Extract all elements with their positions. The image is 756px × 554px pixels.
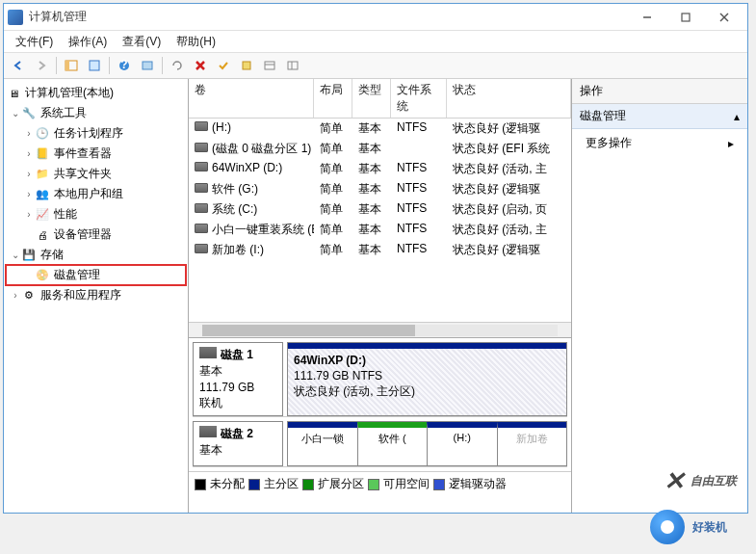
disk-icon	[199, 347, 217, 358]
tree-label: 事件查看器	[54, 145, 112, 162]
volume-row[interactable]: 软件 (G:)简单基本NTFS状态良好 (逻辑驱	[189, 179, 571, 199]
close-button[interactable]	[705, 5, 743, 30]
chevron-right-icon[interactable]: ›	[10, 290, 21, 301]
chevron-down-icon[interactable]: ⌄	[10, 250, 21, 260]
tree-label: 性能	[54, 206, 77, 223]
forward-button[interactable]	[31, 55, 52, 76]
col-type[interactable]: 类型	[352, 79, 391, 118]
disk-icon	[199, 426, 217, 437]
tree-label: 任务计划程序	[54, 125, 123, 142]
legend-swatch-free	[368, 479, 379, 490]
minimize-button[interactable]	[628, 5, 666, 30]
properties-button[interactable]	[84, 55, 105, 76]
volume-row[interactable]: (磁盘 0 磁盘分区 1)简单基本状态良好 (EFI 系统	[189, 139, 571, 159]
event-icon: 📒	[35, 146, 50, 162]
chevron-right-icon[interactable]: ›	[23, 169, 35, 179]
col-status[interactable]: 状态	[447, 79, 571, 118]
help-button[interactable]: ?	[114, 55, 135, 76]
chevron-right-icon: ▸	[728, 137, 734, 150]
tree-disk-management[interactable]: 📀 磁盘管理	[6, 265, 186, 285]
partition-seg[interactable]: 软件 (	[357, 422, 428, 465]
tree-system-tools[interactable]: ⌄ 🔧 系统工具	[6, 103, 186, 123]
disk-1-row[interactable]: 磁盘 1 基本 111.79 GB 联机 64WinXP (D:) 111.79…	[193, 342, 567, 417]
menu-view[interactable]: 查看(V)	[115, 32, 169, 52]
legend-swatch-unallocated	[195, 479, 206, 490]
services-icon: ⚙	[21, 288, 37, 303]
toolbar-separator	[56, 57, 57, 74]
chevron-right-icon[interactable]: ›	[23, 209, 35, 220]
partition-seg[interactable]: (H:)	[427, 422, 497, 465]
menu-file[interactable]: 文件(F)	[8, 32, 61, 52]
tree-event-viewer[interactable]: › 📒 事件查看器	[6, 144, 186, 164]
volume-row[interactable]: (H:)简单基本NTFS状态良好 (逻辑驱	[189, 119, 571, 139]
share-icon: 📁	[35, 167, 50, 182]
delete-button[interactable]	[190, 55, 211, 76]
computer-management-window: 计算机管理 文件(F) 操作(A) 查看(V) 帮助(H) ? 🖥	[3, 3, 748, 514]
disk-1-info: 磁盘 1 基本 111.79 GB 联机	[193, 342, 283, 416]
disk-icon: 📀	[35, 268, 50, 283]
action-button[interactable]	[236, 55, 257, 76]
actions-section[interactable]: 磁盘管理 ▴	[572, 104, 747, 129]
tree-label: 系统工具	[40, 105, 87, 121]
legend-label: 未分配	[210, 476, 245, 492]
view-button[interactable]	[137, 55, 158, 76]
tree-task-scheduler[interactable]: › 🕒 任务计划程序	[6, 123, 186, 144]
partition-seg[interactable]: 新加卷	[497, 422, 567, 465]
tree-panel: 🖥 计算机管理(本地) ⌄ 🔧 系统工具 › 🕒 任务计划程序 › 📒 事件查看…	[4, 79, 189, 513]
partition-size: 111.79 GB NTFS	[294, 368, 560, 383]
horizontal-scrollbar[interactable]	[189, 322, 571, 337]
tree-label: 本地用户和组	[54, 186, 123, 202]
tree-services[interactable]: › ⚙ 服务和应用程序	[6, 285, 186, 305]
volume-row[interactable]: 小白一键重装系统 (E:)简单基本NTFS状态良好 (活动, 主	[189, 220, 571, 240]
tree-storage[interactable]: ⌄ 💾 存储	[6, 245, 186, 265]
maximize-button[interactable]	[666, 5, 705, 30]
tools-icon: 🔧	[21, 106, 37, 121]
legend-label: 逻辑驱动器	[449, 476, 507, 492]
col-layout[interactable]: 布局	[314, 79, 352, 118]
disk-type: 基本	[199, 442, 276, 459]
scrollbar-thumb[interactable]	[202, 325, 415, 336]
menu-action[interactable]: 操作(A)	[61, 32, 115, 52]
back-button[interactable]	[8, 55, 29, 76]
actions-more[interactable]: 更多操作 ▸	[572, 129, 747, 157]
show-hide-tree-button[interactable]	[61, 55, 82, 76]
disk-type: 基本	[199, 363, 276, 380]
col-filesystem[interactable]: 文件系统	[391, 79, 447, 118]
clock-icon: 🕒	[35, 126, 50, 142]
volume-list: 卷 布局 类型 文件系统 状态 (H:)简单基本NTFS状态良好 (逻辑驱(磁盘…	[189, 79, 571, 322]
menubar: 文件(F) 操作(A) 查看(V) 帮助(H)	[4, 31, 747, 52]
menu-help[interactable]: 帮助(H)	[169, 32, 223, 52]
chevron-right-icon[interactable]: ›	[23, 189, 35, 199]
tree-label: 共享文件夹	[54, 166, 112, 182]
volume-icon	[195, 203, 208, 213]
disk-size: 111.79 GB	[199, 380, 276, 396]
tree-root[interactable]: 🖥 计算机管理(本地)	[6, 83, 186, 103]
volume-icon	[195, 162, 208, 171]
partition-seg[interactable]: 小白一锁	[288, 422, 357, 465]
list-button[interactable]	[259, 55, 280, 76]
svg-rect-15	[288, 62, 298, 69]
detail-button[interactable]	[282, 55, 303, 76]
tree-performance[interactable]: › 📈 性能	[6, 204, 186, 224]
volume-row[interactable]: 64WinXP (D:)简单基本NTFS状态良好 (活动, 主	[189, 159, 571, 179]
volume-icon	[195, 183, 208, 193]
svg-rect-12	[243, 62, 250, 69]
tree-shared-folders[interactable]: › 📁 共享文件夹	[6, 164, 186, 184]
chevron-down-icon[interactable]: ⌄	[10, 108, 21, 119]
users-icon: 👥	[35, 187, 50, 202]
watermark-text: 好装机	[692, 519, 727, 536]
refresh-button[interactable]	[167, 55, 188, 76]
check-button[interactable]	[213, 55, 234, 76]
volume-row[interactable]: 新加卷 (I:)简单基本NTFS状态良好 (逻辑驱	[189, 240, 571, 260]
col-volume[interactable]: 卷	[189, 79, 314, 118]
disk-2-row[interactable]: 磁盘 2 基本 小白一锁 软件 ( (H:) 新加卷	[193, 421, 567, 467]
volume-row[interactable]: 系统 (C:)简单基本NTFS状态良好 (启动, 页	[189, 199, 571, 220]
performance-icon: 📈	[35, 207, 50, 223]
tree-device-manager[interactable]: 🖨 设备管理器	[6, 224, 186, 245]
tree-local-users[interactable]: › 👥 本地用户和组	[6, 184, 186, 204]
chevron-right-icon[interactable]: ›	[23, 128, 35, 139]
volume-icon	[195, 244, 208, 253]
chevron-right-icon[interactable]: ›	[23, 148, 35, 159]
disk-title: 磁盘 1	[221, 348, 253, 361]
partition-d[interactable]: 64WinXP (D:) 111.79 GB NTFS 状态良好 (活动, 主分…	[288, 343, 566, 415]
